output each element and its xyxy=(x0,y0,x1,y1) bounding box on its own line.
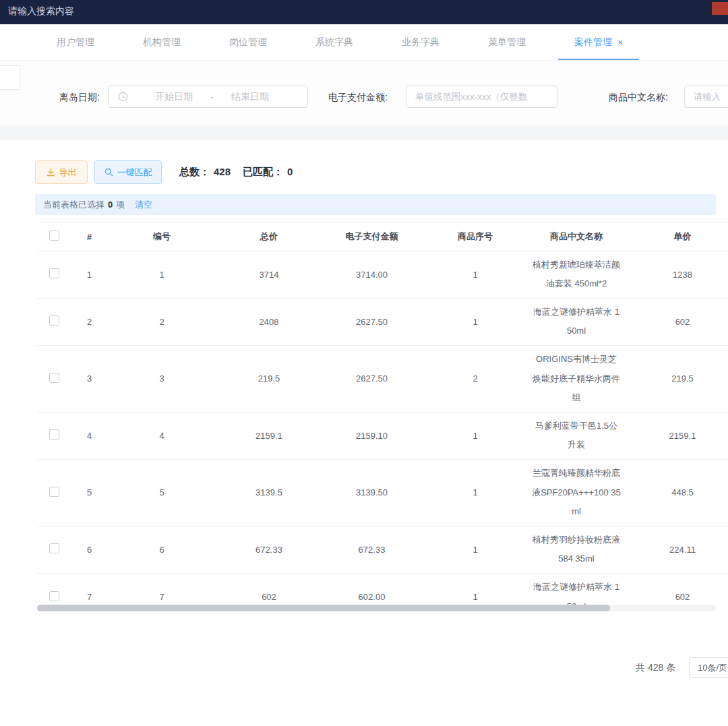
cell-total: 3139.5 xyxy=(216,483,322,502)
table-row: 5 5 3139.5 3139.50 1 兰蔻菁纯臻颜精华粉底液SPF20PA+… xyxy=(37,460,728,526)
epay-amount-input[interactable]: 单值或范围xxx-xxx（仅整数 xyxy=(406,86,557,108)
cell-index: 1 xyxy=(71,266,108,284)
table-row: 4 4 2159.1 2159.10 1 马爹利蓝带干邑1.5公升装 2159.… xyxy=(37,413,728,460)
cell-total: 3714 xyxy=(216,266,322,284)
close-icon[interactable]: × xyxy=(617,37,623,48)
table-row: 6 6 672.33 672.33 1 植村秀羽纱持妆粉底液 584 35ml … xyxy=(37,526,728,574)
row-checkbox[interactable] xyxy=(49,591,59,601)
cell-unit-price: 602 xyxy=(624,588,728,606)
selection-count: 0 xyxy=(108,200,113,210)
cell-item-no: 1 xyxy=(421,427,529,445)
cell-unit-price: 2159.1 xyxy=(624,427,728,445)
tab-label: 用户管理 xyxy=(57,36,94,49)
cell-epay: 2627.50 xyxy=(322,313,421,331)
cell-item-no: 1 xyxy=(421,483,529,502)
global-search-input[interactable]: 请输入搜索内容 xyxy=(8,5,183,18)
collapsed-panel-corner xyxy=(0,65,20,90)
tab-user-mgmt[interactable]: 用户管理 xyxy=(32,24,119,60)
cell-unit-price: 1238 xyxy=(624,266,728,284)
cell-unit-price: 602 xyxy=(624,313,728,331)
row-checkbox[interactable] xyxy=(49,543,59,553)
table-row: 1 1 3714 3714.00 1 植村秀新琥珀臻萃洁颜油套装 450ml*2… xyxy=(37,251,728,299)
cell-total: 2159.1 xyxy=(216,427,322,445)
selection-bar: 当前表格已选择 0 项 清空 xyxy=(35,194,716,215)
table-row: 3 3 219.5 2627.50 2 ORIGINS韦博士灵芝焕能好底子精华水… xyxy=(37,346,728,413)
cell-index: 7 xyxy=(71,588,108,606)
export-button-label: 导出 xyxy=(59,167,77,179)
tab-label: 岗位管理 xyxy=(229,36,267,49)
cell-total: 672.33 xyxy=(216,541,322,559)
tab-system-dict[interactable]: 系统字典 xyxy=(291,24,377,60)
cell-code: 4 xyxy=(108,427,216,445)
data-table: # 编号 总价 电子支付金额 商品序号 商品中文名称 单价 1 1 3714 3… xyxy=(37,222,728,610)
tab-post-mgmt[interactable]: 岗位管理 xyxy=(205,24,291,60)
cell-code: 5 xyxy=(108,483,216,502)
tab-label: 机构管理 xyxy=(143,36,181,49)
total-label: 总数： xyxy=(179,166,210,179)
cell-product-name: 植村秀新琥珀臻萃洁颜油套装 450ml*2 xyxy=(529,251,624,298)
cell-code: 2 xyxy=(108,313,216,331)
row-checkbox[interactable] xyxy=(49,268,59,278)
cell-epay: 3139.50 xyxy=(322,483,421,502)
row-checkbox[interactable] xyxy=(49,315,59,326)
one-click-match-button[interactable]: 一键匹配 xyxy=(94,160,162,184)
cell-epay: 602.00 xyxy=(322,588,421,606)
cell-unit-price: 219.5 xyxy=(624,369,728,388)
cell-code: 6 xyxy=(108,541,216,559)
epay-amount-label: 电子支付金额: xyxy=(328,92,388,104)
export-button[interactable]: 导出 xyxy=(35,160,88,184)
cell-product-name: 马爹利蓝带干邑1.5公升装 xyxy=(529,413,624,459)
pagination-total: 共 428 条 xyxy=(636,662,675,674)
section-divider xyxy=(0,125,728,140)
tab-org-mgmt[interactable]: 机构管理 xyxy=(119,24,205,60)
cell-epay: 2627.50 xyxy=(322,369,421,388)
row-checkbox[interactable] xyxy=(49,373,59,383)
select-all-checkbox[interactable] xyxy=(49,231,59,241)
table-hscrollbar-track[interactable] xyxy=(37,605,716,611)
row-checkbox[interactable] xyxy=(49,429,59,440)
selection-suffix: 项 xyxy=(116,199,125,211)
cell-item-no: 1 xyxy=(421,313,529,331)
cell-index: 6 xyxy=(71,541,108,559)
tab-bar: 用户管理 机构管理 岗位管理 系统字典 业务字典 菜单管理 案件管理 × xyxy=(0,24,728,61)
header-item-no: 商品序号 xyxy=(421,226,529,247)
table-header-row: # 编号 总价 电子支付金额 商品序号 商品中文名称 单价 xyxy=(37,223,728,251)
table-row: 2 2 2408 2627.50 1 海蓝之谜修护精萃水 150ml 602 xyxy=(37,299,728,346)
cell-product-name: 植村秀羽纱持妆粉底液 584 35ml xyxy=(529,526,624,573)
total-value: 428 xyxy=(214,166,231,179)
tab-business-dict[interactable]: 业务字典 xyxy=(377,24,464,60)
row-checkbox[interactable] xyxy=(49,487,59,497)
end-date-placeholder: 结束日期 xyxy=(231,91,269,103)
tab-case-mgmt[interactable]: 案件管理 × xyxy=(550,24,647,60)
navbar-corner-badge xyxy=(712,2,728,15)
cell-item-no: 1 xyxy=(421,588,529,606)
selection-prefix: 当前表格已选择 xyxy=(43,199,104,211)
depart-date-range-input[interactable]: 开始日期 - 结束日期 xyxy=(108,86,308,108)
cell-epay: 3714.00 xyxy=(322,266,421,284)
top-navbar: 请输入搜索内容 xyxy=(0,0,728,24)
cell-index: 4 xyxy=(71,427,108,445)
cell-unit-price: 448.5 xyxy=(624,483,728,502)
depart-date-label: 离岛日期: xyxy=(59,92,100,104)
cell-epay: 2159.10 xyxy=(322,427,421,445)
clear-selection-link[interactable]: 清空 xyxy=(135,199,152,211)
tab-label: 业务字典 xyxy=(402,36,439,49)
cell-product-name: 海蓝之谜修护精萃水 150ml xyxy=(529,299,624,345)
product-name-input[interactable]: 请输入 xyxy=(684,86,728,108)
cell-epay: 672.33 xyxy=(322,541,421,559)
cell-total: 602 xyxy=(216,588,322,606)
cell-index: 3 xyxy=(71,369,108,388)
page-size-select[interactable]: 10条/页 xyxy=(689,657,728,678)
tab-label: 系统字典 xyxy=(315,36,353,49)
clock-icon xyxy=(118,92,128,102)
tab-menu-mgmt[interactable]: 菜单管理 xyxy=(464,24,550,60)
download-icon xyxy=(47,168,55,177)
date-range-separator: - xyxy=(210,92,214,102)
cell-code: 1 xyxy=(108,266,216,284)
table-hscrollbar-thumb[interactable] xyxy=(37,605,610,611)
cell-item-no: 2 xyxy=(421,369,529,388)
header-code: 编号 xyxy=(108,226,216,247)
header-product-name: 商品中文名称 xyxy=(529,223,624,251)
header-total-price: 总价 xyxy=(216,226,322,247)
header-index: # xyxy=(71,228,108,246)
